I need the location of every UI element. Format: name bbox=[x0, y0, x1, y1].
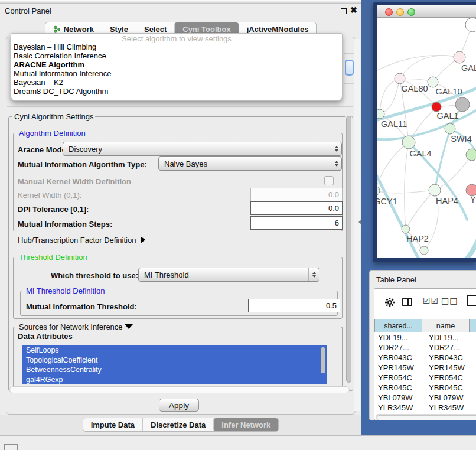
table-cell: YBR045C bbox=[374, 383, 425, 393]
expander-expanded-icon bbox=[125, 324, 133, 329]
sources-legend[interactable]: Sources for Network Inference bbox=[17, 322, 135, 331]
panel-scrollbar-track[interactable] bbox=[354, 39, 360, 411]
network-node[interactable] bbox=[466, 149, 476, 161]
table-cell: YBR045C bbox=[425, 383, 475, 393]
table-row[interactable]: YDR27...YDR27...12 bbox=[374, 343, 476, 353]
network-node[interactable] bbox=[377, 109, 384, 119]
network-edge[interactable] bbox=[380, 79, 400, 114]
splitpane-collapse-arrow[interactable] bbox=[358, 220, 361, 224]
zoom-traffic-light-icon[interactable] bbox=[407, 8, 415, 16]
table-cell: YBL079W bbox=[374, 393, 425, 403]
manual-kernel-width-checkbox[interactable] bbox=[324, 176, 334, 185]
data-attribute-item[interactable]: SelfLoops bbox=[22, 345, 327, 356]
close-traffic-light-icon[interactable] bbox=[385, 8, 393, 16]
network-node[interactable] bbox=[454, 51, 465, 63]
data-attribute-item[interactable]: BetweennessCentrality bbox=[22, 365, 327, 375]
hidden-groupbox-border bbox=[344, 53, 354, 54]
network-node[interactable] bbox=[445, 123, 455, 134]
minimized-panel-icon[interactable] bbox=[4, 444, 18, 450]
control-panel-title: Control Panel bbox=[5, 6, 51, 15]
mi-steps-field[interactable]: 6 bbox=[250, 216, 343, 230]
algorithm-dropdown-placeholder: Select algorithm to view settings bbox=[11, 34, 342, 43]
network-edge[interactable] bbox=[435, 155, 472, 190]
tab-label: jActiveMNodules bbox=[247, 25, 309, 34]
algorithm-dropdown-list: Bayesian – Hill ClimbingBasic Correlatio… bbox=[11, 43, 342, 96]
table-row[interactable]: YER054CYER054C8. bbox=[374, 373, 476, 383]
combo-stepper-icon bbox=[331, 142, 341, 155]
combo-stepper-icon bbox=[331, 157, 341, 170]
select-all-checkboxes-icon[interactable]: ☑☑ bbox=[423, 296, 439, 305]
algorithm-option[interactable]: ARACNE Algorithm bbox=[11, 61, 342, 70]
network-node[interactable] bbox=[402, 225, 410, 233]
settings-scrollbar-thumb[interactable] bbox=[346, 116, 351, 383]
column-header-2[interactable]: name bbox=[422, 319, 470, 332]
minimize-traffic-light-icon[interactable] bbox=[396, 8, 404, 16]
network-edge[interactable] bbox=[406, 190, 435, 229]
network-node[interactable] bbox=[377, 186, 380, 195]
network-node[interactable] bbox=[420, 246, 428, 255]
mi-threshold-field[interactable]: 0.5 bbox=[248, 299, 340, 312]
bottom-tab-impute-data[interactable]: Impute Data bbox=[83, 418, 142, 431]
aracne-mode-combo[interactable]: Discovery bbox=[63, 142, 342, 156]
aracne-mode-value: Discovery bbox=[69, 145, 102, 154]
table-panel-title: Table Panel bbox=[376, 275, 416, 284]
table-row[interactable]: YLR345WYLR345W9. bbox=[374, 403, 476, 413]
network-edge[interactable] bbox=[404, 142, 409, 229]
data-attribute-item[interactable]: gal4RGexp bbox=[22, 375, 327, 385]
algorithm-option[interactable]: Basic Correlation Inference bbox=[11, 52, 342, 61]
data-attribute-item[interactable]: TopologicalCoefficient bbox=[22, 356, 327, 366]
table-cell: YLR345W bbox=[425, 403, 475, 413]
network-canvas[interactable]: GAL7GAL80GAL10GAL1GAL11SWI4GAL4GCY1HAP4Y… bbox=[377, 18, 476, 258]
bottom-tab-infer-network[interactable]: Infer Network bbox=[213, 418, 278, 431]
network-node-label: GAL4 bbox=[409, 149, 431, 158]
network-node[interactable] bbox=[432, 102, 441, 112]
algorithm-option[interactable]: Mutual Information Inference bbox=[11, 70, 342, 79]
list-scrollbar-thumb[interactable] bbox=[321, 347, 325, 373]
network-icon bbox=[53, 25, 61, 33]
table-row[interactable]: YBL079WYBL079W bbox=[374, 393, 476, 403]
data-attributes-list[interactable]: SelfLoopsTopologicalCoefficientBetweenne… bbox=[22, 345, 327, 384]
columns-icon[interactable] bbox=[402, 298, 412, 306]
kernel-width-field[interactable]: 0.0 bbox=[250, 188, 343, 201]
float-panel-icon[interactable] bbox=[341, 8, 347, 14]
table-row[interactable]: YPR145WYPR145W9. bbox=[374, 363, 476, 373]
bottom-tab-discretize-data[interactable]: Discretize Data bbox=[142, 418, 213, 431]
network-node-label: SWI4 bbox=[451, 134, 471, 144]
algorithm-option[interactable]: Bayesian – Hill Climbing bbox=[11, 43, 342, 52]
cyni-algorithm-settings-legend: Cyni Algorithm Settings bbox=[12, 112, 95, 121]
network-edge[interactable] bbox=[377, 170, 422, 258]
deselect-all-checkboxes-icon[interactable]: □□ bbox=[441, 296, 458, 305]
hub-tf-definition-expander[interactable]: Hub/Transcription Factor Definition bbox=[18, 236, 145, 244]
algorithm-option[interactable]: Dream8 DC_TDC Algorithm bbox=[11, 87, 342, 96]
apply-button[interactable]: Apply bbox=[159, 399, 199, 412]
network-node[interactable] bbox=[402, 136, 415, 149]
hidden-combo-stepper[interactable] bbox=[345, 60, 354, 76]
algorithm-option[interactable]: Bayesian – K2 bbox=[11, 79, 342, 87]
bottom-tab-label: Discretize Data bbox=[151, 420, 206, 429]
network-node[interactable] bbox=[455, 97, 470, 112]
dpi-tolerance-field[interactable]: 0.0 bbox=[250, 201, 343, 215]
cyni-bottom-tabbar: Impute DataDiscretize DataInfer Network bbox=[0, 418, 361, 432]
network-node[interactable] bbox=[465, 18, 476, 32]
close-icon[interactable]: ✖ bbox=[350, 5, 357, 15]
combo-stepper-icon bbox=[308, 268, 319, 281]
mi-algorithm-type-combo[interactable]: Naive Bayes bbox=[158, 156, 342, 171]
which-threshold-combo[interactable]: MI Threshold bbox=[138, 268, 319, 282]
gear-icon[interactable] bbox=[384, 296, 396, 308]
export-table-icon[interactable] bbox=[467, 295, 476, 306]
network-node[interactable] bbox=[428, 77, 438, 87]
network-edge[interactable] bbox=[377, 56, 459, 71]
table-row[interactable]: YBR045CYBR045C9. bbox=[374, 383, 476, 393]
column-header-1[interactable]: shared... bbox=[374, 319, 422, 332]
network-node[interactable] bbox=[429, 184, 441, 196]
network-window-titlebar[interactable] bbox=[377, 5, 476, 18]
network-node[interactable] bbox=[395, 73, 405, 84]
network-edge[interactable] bbox=[460, 226, 476, 258]
table-row[interactable]: YBR043CYBR043C bbox=[374, 353, 476, 363]
network-node[interactable] bbox=[466, 184, 476, 196]
settings-hscrollbar-track[interactable] bbox=[9, 386, 350, 393]
table-row[interactable]: YDL19...YDL19...13 bbox=[374, 332, 476, 343]
column-header-3[interactable]: A bbox=[470, 319, 476, 332]
table-hscrollbar-thumb[interactable] bbox=[377, 415, 476, 420]
table-cell: YDR27... bbox=[425, 343, 475, 353]
